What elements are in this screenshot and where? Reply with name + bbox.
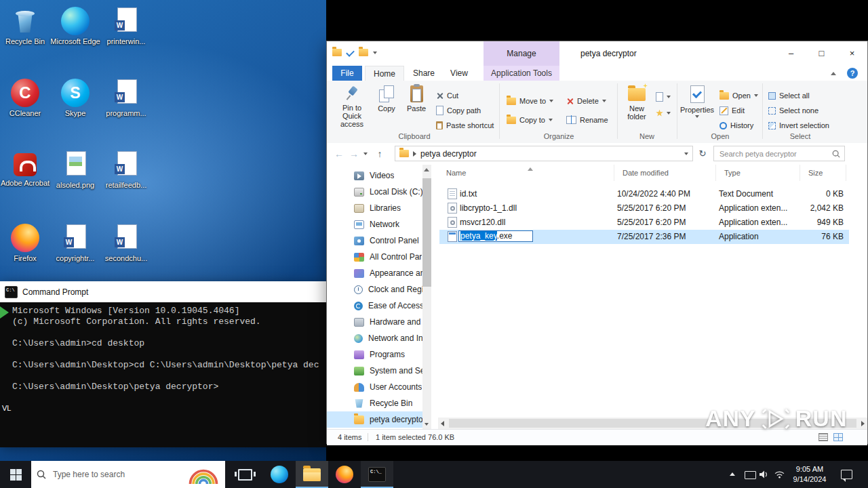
rename-selected-text[interactable]: petya_key	[460, 231, 497, 241]
explorer-titlebar[interactable]: Manage petya decryptor – □ ×	[327, 41, 867, 66]
select-none-button[interactable]: Select none	[766, 104, 836, 117]
manage-contextual-chip[interactable]: Manage	[484, 41, 559, 66]
nav-item-videos[interactable]: Videos	[327, 167, 422, 184]
select-all-button[interactable]: Select all	[766, 89, 836, 102]
desktop-icon-programm[interactable]: programm...	[101, 79, 151, 118]
start-button[interactable]	[0, 461, 31, 488]
close-button[interactable]: ×	[837, 41, 867, 66]
taskbar-file-explorer-button[interactable]	[296, 461, 328, 488]
nav-item-programs[interactable]: Programs	[327, 346, 422, 363]
tray-display-icon[interactable]	[745, 471, 756, 479]
nav-item-control-panel[interactable]: Control Panel	[327, 232, 422, 249]
nav-item-user-accounts[interactable]: User Accounts	[327, 379, 422, 395]
desktop-icon-adobe-acrobat[interactable]: Adobe Acrobat	[0, 150, 50, 188]
taskbar-edge-button[interactable]	[263, 461, 296, 488]
command-prompt-titlebar[interactable]: Command Prompt	[0, 281, 326, 302]
nav-item-ease-of-access[interactable]: Ease of Access	[327, 298, 422, 314]
nav-item-system-security[interactable]: System and Se	[327, 363, 422, 379]
copy-to-button[interactable]: Copy to	[505, 113, 564, 127]
taskbar-search-box[interactable]	[31, 461, 225, 488]
tray-volume-icon[interactable]	[760, 470, 769, 479]
rename-button[interactable]: Rename	[564, 113, 615, 127]
scroll-up-icon[interactable]	[424, 168, 429, 171]
collapse-ribbon-icon[interactable]	[831, 72, 836, 75]
breadcrumb-path[interactable]: petya decryptor	[420, 149, 477, 159]
nav-item-libraries[interactable]: Libraries	[327, 200, 422, 216]
open-button[interactable]: Open	[717, 89, 762, 102]
new-folder-button[interactable]: New folder	[621, 84, 652, 130]
desktop-icon-copyrightr[interactable]: copyrightr...	[50, 224, 100, 263]
file-row-id-txt[interactable]: id.txt 10/24/2022 4:40 PM Text Document …	[439, 187, 849, 201]
desktop-icon-retailfeedb[interactable]: retailfeedb...	[101, 150, 151, 190]
minimize-button[interactable]: –	[776, 41, 806, 66]
taskbar-firefox-button[interactable]	[328, 461, 361, 488]
copy-path-button[interactable]: Copy path	[434, 104, 498, 117]
address-breadcrumb[interactable]: petya decryptor	[395, 146, 693, 161]
desktop-icon-firefox[interactable]: Firefox	[0, 224, 50, 263]
desktop-icon-secondchu[interactable]: secondchu...	[101, 224, 151, 263]
file-row-libcrypto-dll[interactable]: libcrypto-1_1.dll 5/25/2017 6:20 PM Appl…	[439, 201, 849, 216]
easy-access-button[interactable]	[654, 106, 675, 120]
desktop-icon-alsoled-png[interactable]: alsoled.png	[50, 150, 100, 190]
desktop-icon-printerwin[interactable]: printerwin...	[101, 7, 151, 46]
back-button[interactable]: ←	[332, 143, 346, 165]
recent-locations-caret-icon[interactable]	[363, 152, 368, 155]
edit-button[interactable]: Edit	[717, 104, 762, 117]
scroll-down-icon[interactable]	[425, 423, 429, 426]
nav-item-petya-decryptor[interactable]: petya decryptor	[327, 411, 422, 428]
new-item-button[interactable]	[654, 90, 675, 104]
rename-edit-box[interactable]: petya_key.exe	[458, 230, 533, 242]
tab-application-tools[interactable]: Application Tools	[484, 66, 559, 81]
explorer-search-box[interactable]	[713, 146, 845, 161]
properties-check-icon[interactable]	[346, 48, 355, 57]
search-input[interactable]	[718, 149, 832, 159]
maximize-button[interactable]: □	[806, 41, 837, 66]
paste-shortcut-button[interactable]: Paste shortcut	[434, 119, 498, 132]
history-button[interactable]: History	[717, 119, 762, 132]
taskbar-command-prompt-button[interactable]	[361, 461, 393, 488]
task-view-button[interactable]	[231, 461, 259, 488]
action-center-icon[interactable]	[841, 470, 852, 479]
taskbar-clock[interactable]: 9:05 AM 9/14/2024	[789, 464, 830, 485]
cut-button[interactable]: Cut	[434, 89, 498, 102]
column-header-type[interactable]: Type	[716, 165, 800, 181]
rename-extension-text[interactable]: .exe	[497, 231, 513, 241]
copy-button[interactable]: Copy	[373, 84, 400, 130]
tab-file[interactable]: File	[332, 66, 362, 81]
delete-button[interactable]: Delete	[564, 94, 615, 108]
column-header-date-modified[interactable]: Date modified	[614, 165, 716, 181]
address-dropdown-caret-icon[interactable]	[684, 152, 688, 155]
file-row-msvcr120-dll[interactable]: msvcr120.dll 5/25/2017 6:20 PM Applicati…	[439, 216, 849, 230]
desktop-icon-recycle-bin[interactable]: Recycle Bin	[0, 7, 50, 46]
large-icons-view-icon[interactable]	[833, 433, 843, 441]
chevron-down-icon[interactable]	[373, 52, 377, 54]
refresh-button[interactable]: ↻	[696, 143, 709, 165]
invert-selection-button[interactable]: Invert selection	[766, 119, 836, 132]
nav-scrollbar[interactable]	[422, 165, 431, 429]
show-hidden-icons-chevron[interactable]	[730, 472, 735, 476]
nav-item-network[interactable]: Network	[327, 216, 422, 232]
column-header-name[interactable]: Name	[438, 165, 614, 181]
nav-item-network-internet[interactable]: Network and In	[327, 330, 422, 346]
scroll-right-icon[interactable]	[861, 421, 865, 426]
details-view-icon[interactable]	[818, 433, 828, 441]
nav-item-appearance[interactable]: Appearance an	[327, 265, 422, 281]
nav-item-recycle-bin[interactable]: Recycle Bin	[327, 395, 422, 411]
nav-item-all-control-panel-items[interactable]: All Control Par	[327, 249, 422, 265]
column-header-size[interactable]: Size	[800, 165, 846, 181]
nav-item-local-disk[interactable]: Local Disk (C:)	[327, 184, 422, 200]
up-button[interactable]: ↑	[373, 143, 387, 165]
tray-network-icon[interactable]	[774, 471, 785, 479]
help-button[interactable]: ?	[847, 68, 858, 79]
scroll-left-icon[interactable]	[441, 421, 444, 426]
folder-icon[interactable]	[332, 49, 342, 56]
nav-item-hardware[interactable]: Hardware and	[327, 314, 422, 330]
move-to-button[interactable]: Move to	[505, 94, 564, 108]
tab-home[interactable]: Home	[365, 66, 404, 81]
new-folder-icon[interactable]	[359, 49, 368, 56]
desktop-icon-edge[interactable]: Microsoft Edge	[50, 7, 100, 46]
command-prompt-output[interactable]: Microsoft Windows [Version 10.0.19045.40…	[0, 302, 326, 447]
file-row-petya-key-exe-selected[interactable]: petya_key.exe 7/25/2017 2:36 PM Applicat…	[439, 230, 849, 244]
tab-share[interactable]: Share	[407, 66, 441, 81]
forward-button[interactable]: →	[347, 143, 361, 165]
